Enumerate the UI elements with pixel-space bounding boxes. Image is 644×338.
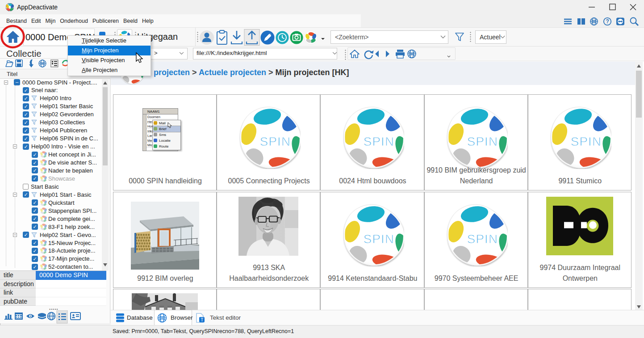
svg-text:?: ? [606, 18, 609, 25]
svg-text:T: T [201, 317, 203, 322]
